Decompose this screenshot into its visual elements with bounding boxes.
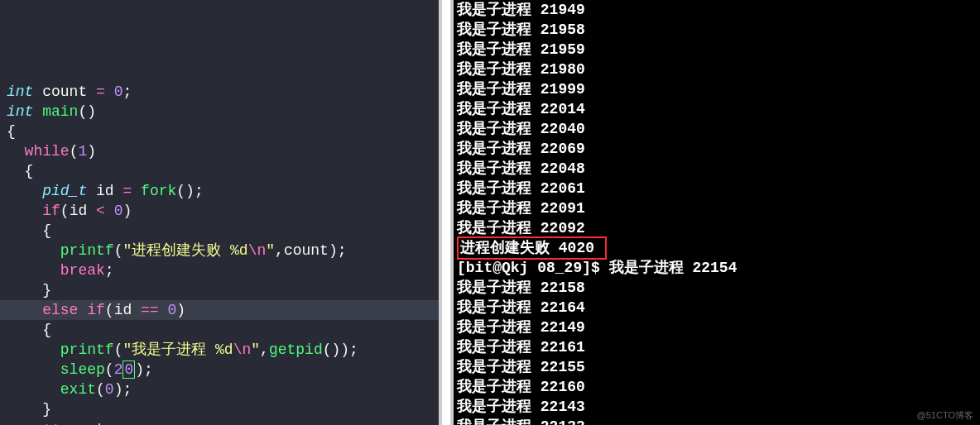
terminal-line: 我是子进程 22061 bbox=[457, 179, 977, 198]
cursor: 0 bbox=[122, 361, 135, 379]
type-pid_t: pid_t bbox=[42, 183, 87, 199]
terminal-line: 我是子进程 22161 bbox=[457, 337, 977, 357]
terminal-line: 我是子进程 22133 bbox=[457, 417, 977, 425]
fn-main: main bbox=[42, 103, 78, 120]
shell-prompt: [bit@Qkj 08_29]$ bbox=[457, 260, 609, 276]
brace: { bbox=[7, 123, 16, 140]
terminal-line: 我是子进程 22040 bbox=[457, 119, 977, 139]
terminal-line: 我是子进程 22155 bbox=[457, 357, 977, 377]
terminal-line: 我是子进程 21980 bbox=[457, 60, 977, 79]
terminal-output: 我是子进程 21949我是子进程 21958我是子进程 21959我是子进程 2… bbox=[457, 0, 977, 425]
kw-int: int bbox=[7, 84, 33, 100]
terminal-pane[interactable]: 我是子进程 21949我是子进程 21958我是子进程 21959我是子进程 2… bbox=[454, 0, 980, 425]
terminal-line: 我是子进程 22091 bbox=[457, 198, 977, 218]
terminal-line: 我是子进程 22014 bbox=[457, 99, 977, 119]
terminal-line: 我是子进程 22048 bbox=[457, 159, 977, 179]
fn-fork: fork bbox=[141, 183, 176, 199]
brace: { bbox=[42, 322, 51, 338]
brace: } bbox=[42, 282, 51, 298]
terminal-prompt-line[interactable]: [bit@Qkj 08_29]$ 我是子进程 22154 bbox=[457, 258, 977, 278]
kw-int: int bbox=[7, 103, 33, 120]
kw-while: while bbox=[25, 143, 70, 160]
code-editor-pane[interactable]: int count = 0; int main() { while(1) { p… bbox=[0, 0, 439, 425]
code-content: int count = 0; int main() { while(1) { p… bbox=[7, 62, 432, 425]
terminal-line: 我是子进程 21959 bbox=[457, 40, 977, 60]
terminal-line: 我是子进程 22160 bbox=[457, 377, 977, 397]
terminal-line: 我是子进程 22143 bbox=[457, 397, 977, 417]
fn-printf: printf bbox=[60, 242, 114, 259]
brace: } bbox=[42, 401, 51, 418]
terminal-line: 我是子进程 21949 bbox=[457, 0, 977, 20]
kw-if: if bbox=[42, 203, 60, 219]
brace: { bbox=[25, 163, 34, 179]
terminal-line: 我是子进程 22149 bbox=[457, 318, 977, 337]
num-0: 0 bbox=[114, 84, 123, 100]
var-id: id bbox=[96, 183, 114, 199]
kw-break: break bbox=[60, 262, 105, 279]
op-assign: = bbox=[96, 84, 105, 100]
paren: () bbox=[78, 103, 96, 120]
terminal-line: 我是子进程 22158 bbox=[457, 278, 977, 298]
kw-else-if: else if bbox=[42, 302, 105, 318]
terminal-line: 我是子进程 22069 bbox=[457, 139, 977, 159]
terminal-line: 我是子进程 21999 bbox=[457, 79, 977, 99]
terminal-line: 我是子进程 21958 bbox=[457, 20, 977, 40]
fn-sleep: sleep bbox=[60, 361, 105, 378]
terminal-line: 我是子进程 22164 bbox=[457, 298, 977, 318]
highlight-box: 进程创建失败 4020 bbox=[457, 236, 607, 260]
fn-getpid: getpid bbox=[269, 341, 323, 358]
terminal-fail-line: 进程创建失败 4020 bbox=[457, 238, 977, 258]
op-inc: ++ bbox=[42, 421, 60, 425]
pane-divider[interactable] bbox=[439, 0, 454, 425]
fn-exit: exit bbox=[60, 381, 96, 398]
semi: ; bbox=[122, 84, 132, 100]
var-count: count bbox=[42, 84, 87, 100]
terminal-line: 我是子进程 22092 bbox=[457, 218, 977, 238]
brace: { bbox=[42, 222, 51, 239]
fn-printf: printf bbox=[60, 341, 114, 358]
watermark: @51CTO博客 bbox=[917, 409, 973, 422]
